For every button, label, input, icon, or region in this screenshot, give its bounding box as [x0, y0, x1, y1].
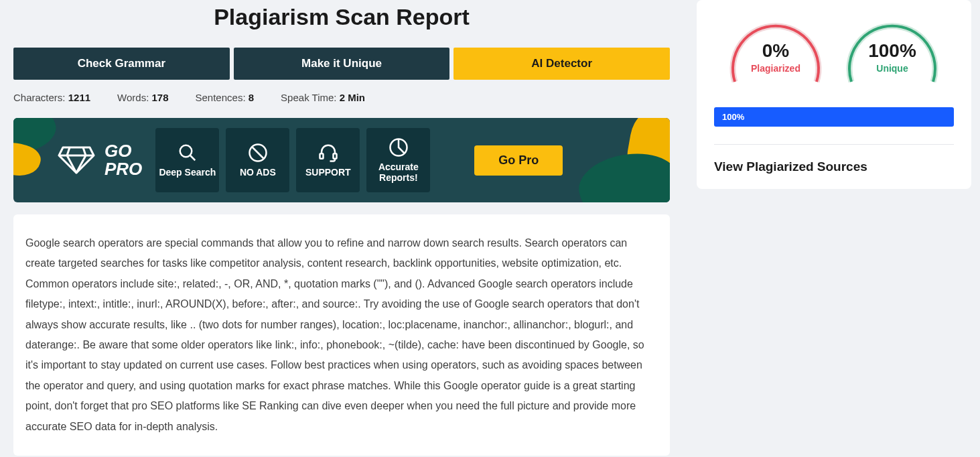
unique-percent: 100% [868, 40, 916, 62]
gopro-banner: GO PRO Deep Search NO ADS SUPPORT Accura… [13, 118, 670, 202]
feature-label: Accurate Reports! [366, 161, 430, 183]
feature-label: SUPPORT [305, 167, 351, 178]
svg-point-0 [180, 145, 192, 157]
feature-support: SUPPORT [296, 128, 360, 192]
pie-chart-icon [389, 137, 409, 157]
stat-value: 1211 [68, 92, 90, 103]
stat-label: Characters: [13, 92, 66, 103]
make-unique-button[interactable]: Make it Unique [234, 48, 450, 80]
stat-characters: Characters: 1211 [13, 92, 90, 103]
feature-reports: Accurate Reports! [366, 128, 430, 192]
no-ads-icon [248, 143, 268, 163]
plagiarized-label: Plagiarized [751, 63, 800, 74]
result-circles: 0% Plagiarized 100% Unique [714, 15, 954, 86]
stat-label: Words: [117, 92, 149, 103]
divider [714, 144, 954, 145]
plagiarized-percent: 0% [751, 40, 800, 62]
stats-row: Characters: 1211 Words: 178 Sentences: 8… [13, 92, 670, 103]
check-grammar-button[interactable]: Check Grammar [13, 48, 230, 80]
plagiarized-circle: 0% Plagiarized [727, 15, 825, 86]
ai-detector-button[interactable]: AI Detector [453, 48, 670, 80]
results-sidebar: 0% Plagiarized 100% Unique 100% View Pla… [697, 0, 971, 189]
search-icon [178, 143, 198, 163]
view-plagiarized-sources-link[interactable]: View Plagiarized Sources [714, 159, 954, 174]
stat-label: Speak Time: [281, 92, 336, 103]
stat-label: Sentences: [196, 92, 246, 103]
gopro-brand-line: PRO [104, 160, 142, 178]
stat-value: 2 Min [340, 92, 365, 103]
stat-words: Words: 178 [117, 92, 168, 103]
gopro-button[interactable]: Go Pro [474, 145, 563, 176]
content-card: Google search operators are special comm… [13, 214, 670, 456]
feature-no-ads: NO ADS [226, 128, 289, 192]
feature-label: Deep Search [159, 167, 216, 178]
action-row: Check Grammar Make it Unique AI Detector [13, 48, 670, 80]
unique-label: Unique [868, 63, 916, 74]
headset-icon [318, 143, 338, 163]
svg-rect-3 [333, 153, 336, 159]
feature-deep-search: Deep Search [155, 128, 219, 192]
stat-sentences: Sentences: 8 [196, 92, 255, 103]
content-body: Google search operators are special comm… [25, 233, 658, 437]
diamond-icon [58, 146, 95, 174]
stat-value: 8 [249, 92, 254, 103]
progress-bar: 100% [714, 107, 954, 127]
gopro-brand: GO PRO [58, 142, 142, 179]
feature-label: NO ADS [240, 167, 276, 178]
unique-circle: 100% Unique [843, 15, 941, 86]
page-title: Plagiarism Scan Report [13, 4, 670, 30]
svg-rect-2 [320, 153, 323, 159]
gopro-brand-line: GO [104, 142, 142, 160]
stat-value: 178 [151, 92, 168, 103]
stat-speak-time: Speak Time: 2 Min [281, 92, 365, 103]
